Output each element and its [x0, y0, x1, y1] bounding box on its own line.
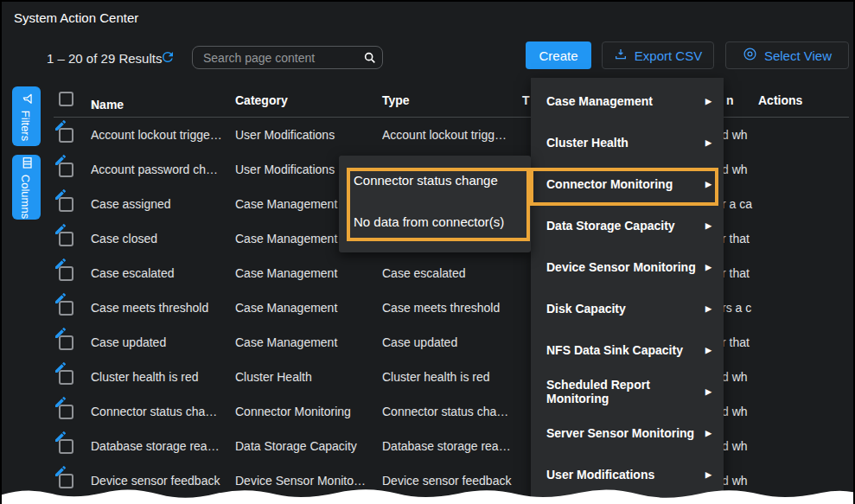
row-checkbox[interactable] [59, 335, 73, 350]
select-all-checkbox[interactable] [59, 92, 73, 106]
row-description-fragment: r that [722, 266, 756, 280]
hidden-column-header-fragment: n [726, 93, 734, 107]
columns-icon [19, 156, 35, 169]
column-header-category[interactable]: Category [235, 93, 288, 107]
row-category: Case Management [235, 335, 380, 349]
row-description-fragment: rs a c [722, 301, 756, 315]
menu-item-label: Disk Capacity [546, 302, 626, 316]
table-row: Database storage rea…Data Storage Capaci… [54, 430, 855, 464]
submenu-item-connector-status-change[interactable]: Connector status change [339, 159, 531, 201]
row-type: Case meets threshold [382, 301, 520, 315]
columns-tab[interactable]: Columns [12, 155, 41, 220]
row-name: Account password ch… [91, 163, 231, 176]
menu-item-label: Device Sensor Monitoring [546, 260, 696, 274]
column-header-actions: Actions [758, 93, 802, 107]
row-type: Database storage rea… [382, 439, 520, 453]
system-action-center-window: System Action Center 1 – 20 of 29 Result… [0, 0, 855, 504]
row-checkbox[interactable] [59, 232, 73, 246]
hidden-column-header-fragment: T [522, 93, 530, 107]
results-count: 1 – 20 of 29 Results [47, 51, 162, 66]
filters-tab[interactable]: Filters [12, 86, 41, 146]
filters-tab-label: Filters [20, 110, 33, 140]
create-menu-item[interactable]: NFS Data Sink Capacity▶ [531, 329, 724, 371]
chevron-right-icon: ▶ [705, 387, 711, 396]
create-menu-item[interactable]: Case Management▶ [531, 80, 724, 122]
menu-item-label: Scheduled Report Monitoring [546, 378, 705, 405]
create-dropdown-menu: Case Management▶Cluster Health▶Connector… [531, 78, 724, 504]
header-divider [54, 117, 849, 118]
row-description-fragment: r that [722, 335, 756, 349]
refresh-icon[interactable] [160, 49, 175, 65]
download-icon [614, 48, 628, 64]
column-header-type[interactable]: Type [382, 93, 410, 107]
submenu-item-no-data-from-connectors[interactable]: No data from connector(s) [339, 201, 531, 242]
chevron-right-icon: ▶ [705, 346, 711, 354]
chevron-right-icon: ▶ [705, 429, 711, 437]
select-view-label: Select View [764, 48, 832, 63]
menu-item-label: Cluster Health [546, 136, 628, 150]
row-checkbox[interactable] [59, 370, 73, 385]
export-csv-button[interactable]: Export CSV [602, 41, 714, 69]
create-button[interactable]: Create [526, 41, 591, 69]
chevron-right-icon: ▶ [705, 97, 711, 105]
filter-icon [19, 92, 35, 105]
row-name: Case closed [91, 232, 231, 246]
eye-icon [743, 47, 757, 64]
row-name: Case escalated [91, 266, 231, 280]
menu-item-label: Case Management [546, 94, 653, 108]
row-checkbox[interactable] [59, 128, 73, 143]
create-menu-item[interactable]: Device Sensor Monitoring▶ [531, 246, 724, 288]
chevron-right-icon: ▶ [705, 221, 711, 230]
row-type: Cluster health is red [382, 370, 520, 384]
columns-tab-label: Columns [20, 174, 33, 218]
create-menu-item[interactable]: Cluster Health▶ [531, 122, 724, 163]
row-checkbox[interactable] [59, 197, 73, 212]
create-menu-item[interactable]: Data Storage Capacity▶ [531, 205, 724, 246]
search-box [192, 46, 383, 69]
search-icon[interactable] [363, 51, 377, 65]
chevron-right-icon: ▶ [705, 138, 711, 147]
row-category: User Modifications [235, 128, 380, 142]
row-name: Account lockout trigge… [91, 128, 231, 142]
menu-item-label: Connector Monitoring [546, 177, 673, 191]
row-name: Cluster health is red [91, 370, 231, 384]
table-row: Case updatedCase ManagementCase updatedr… [54, 326, 855, 360]
row-checkbox[interactable] [59, 163, 73, 177]
select-view-button[interactable]: Select View [725, 41, 849, 69]
row-name: Case meets threshold [91, 301, 231, 315]
row-description-fragment: d wh [722, 405, 756, 418]
row-checkbox[interactable] [59, 405, 73, 419]
chevron-right-icon: ▶ [705, 304, 711, 313]
row-description-fragment: d wh [722, 163, 756, 176]
chevron-right-icon: ▶ [705, 470, 711, 479]
row-type: Account lockout trigg… [382, 128, 520, 142]
create-menu-item[interactable]: Server Sensor Monitoring▶ [531, 412, 724, 454]
row-checkbox[interactable] [59, 439, 73, 454]
create-menu-item[interactable]: Disk Capacity▶ [531, 288, 724, 329]
create-menu-item[interactable]: Scheduled Report Monitoring▶ [531, 371, 724, 412]
row-checkbox[interactable] [59, 266, 73, 281]
row-name: Connector status cha… [91, 405, 231, 418]
row-type: Case updated [382, 335, 520, 349]
chevron-right-icon: ▶ [705, 180, 711, 188]
row-description-fragment: r that [722, 232, 756, 246]
search-input[interactable] [193, 51, 363, 65]
connector-monitoring-submenu: Connector status change No data from con… [339, 156, 531, 252]
row-description-fragment: r a ca [722, 197, 756, 211]
create-menu-item[interactable]: Connector Monitoring▶ [531, 163, 724, 205]
page-title: System Action Center [14, 10, 138, 25]
row-category: Data Storage Capacity [235, 439, 380, 453]
sort-ascending-icon[interactable]: ↑ [91, 98, 97, 112]
table-row: Case escalatedCase ManagementCase escala… [54, 257, 855, 291]
table-row: Cluster health is redCluster HealthClust… [54, 360, 855, 395]
table-row: Connector status cha…Connector Monitorin… [54, 395, 855, 430]
row-description-fragment: d wh [722, 128, 756, 142]
row-category: Case Management [235, 301, 380, 315]
row-category: Connector Monitoring [235, 405, 380, 418]
row-category: Case Management [235, 266, 380, 280]
export-csv-label: Export CSV [635, 48, 702, 63]
row-category: Cluster Health [235, 370, 380, 384]
menu-item-label: Data Storage Capacity [546, 219, 675, 233]
row-checkbox[interactable] [59, 301, 73, 316]
menu-item-label: NFS Data Sink Capacity [546, 343, 683, 357]
